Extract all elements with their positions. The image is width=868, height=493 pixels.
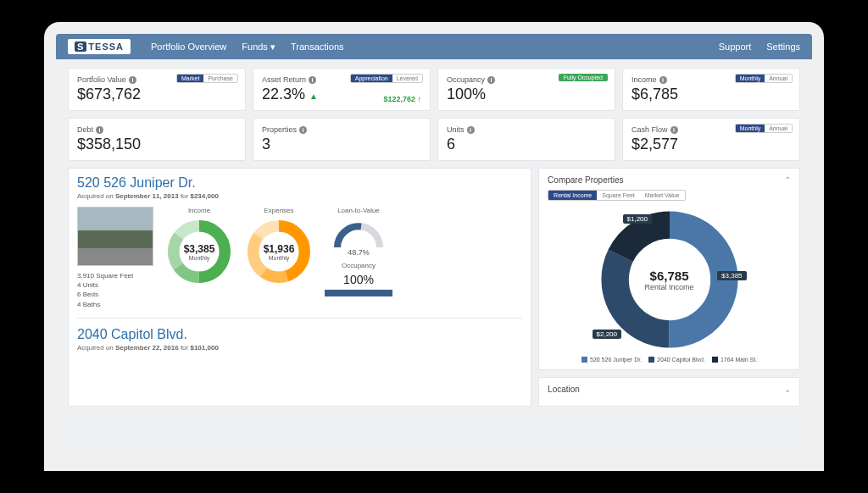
occupancy-value: 100% [343,273,374,286]
chevron-down-icon: ▾ [270,42,275,52]
toggle-monthly-annual[interactable]: MonthlyAnnual [735,74,793,83]
expenses-donut-col: Expenses $1,936Monthly [245,207,313,285]
kpi-value: $673,762 [77,86,236,103]
occupancy-bar [325,290,392,296]
kpi-asset-return: Asset Returni 22.3% ▲ AppreciationLevere… [253,68,431,111]
info-icon[interactable]: i [129,76,136,84]
info-icon[interactable]: i [309,76,316,84]
info-icon[interactable]: i [659,76,667,84]
property-title[interactable]: 520 526 Juniper Dr. [77,175,522,191]
kpi-occupancy: Occupancyi 100% Fully Occupied [437,68,615,111]
toggle-monthly-annual[interactable]: MonthlyAnnual [735,124,793,133]
nav-support[interactable]: Support [719,42,752,52]
toggle-appreciation-levered[interactable]: AppreciationLevered [350,74,423,83]
nav-funds[interactable]: Funds ▾ [242,42,275,53]
ltv-occ-col: Loan-to-Value 48.7% Occupancy 100% [325,207,392,296]
expenses-donut[interactable]: $1,936Monthly [245,218,313,285]
nav-transactions[interactable]: Transactions [291,42,344,53]
trend-up-icon: ▲ [309,91,318,101]
chevron-up-icon: ⌃ [784,175,791,185]
compare-panel: Compare Properties ⌃ Rental Income Squar… [538,168,800,370]
nav-main: Portfolio Overview Funds ▾ Transactions [151,42,343,53]
kpi-label: Debt [77,125,93,134]
info-icon[interactable]: i [487,76,495,84]
legend-item[interactable]: 2040 Capitol Blvd. [648,357,705,363]
logo-text: TESSA [88,42,124,52]
delta-value: $122,762 ↑ [383,95,421,103]
panel-title: Compare Properties [548,175,623,185]
compare-toggle[interactable]: Rental Income Square Feet Market Value [548,190,685,201]
logo-mark: S [75,42,86,52]
lower-section: 520 526 Juniper Dr. Acquired on Septembe… [68,168,800,407]
legend-item[interactable]: 520 526 Juniper Dr. [581,357,642,363]
kpi-value: $6,785 [632,86,791,103]
kpi-label: Occupancy [447,75,485,84]
brand-logo[interactable]: S TESSA [68,39,131,54]
section-label: Loan-to-Value [337,207,380,214]
kpi-income: Incomei $6,785 MonthlyAnnual [622,68,800,111]
panel-header[interactable]: Compare Properties ⌃ [548,175,791,185]
compare-legend: 520 526 Juniper Dr. 2040 Capitol Blvd. 1… [548,357,791,363]
section-label: Occupancy [342,262,376,269]
legend-item[interactable]: 1764 Main St. [712,357,757,363]
property-acquired: Acquired on September 22, 2016 for $101,… [77,344,522,352]
kpi-label: Units [447,125,465,134]
kpi-value: $358,150 [77,136,236,153]
app-screen: S TESSA Portfolio Overview Funds ▾ Trans… [56,34,812,447]
chevron-down-icon: ⌄ [784,385,791,394]
kpi-row-2: Debti $358,150 Propertiesi 3 Unitsi 6 Ca… [68,118,800,161]
property-photo[interactable] [77,207,153,266]
divider [77,318,522,319]
nav-settings[interactable]: Settings [766,42,800,52]
kpi-value: $2,577 [632,136,791,153]
kpi-cashflow: Cash Flowi $2,577 MonthlyAnnual [622,118,800,161]
topbar: S TESSA Portfolio Overview Funds ▾ Trans… [56,34,812,59]
laptop-frame: S TESSA Portfolio Overview Funds ▾ Trans… [44,22,824,471]
property-stats: 3,910 Square Feet 4 Units 6 Beds 4 Baths [77,271,153,309]
occupancy-badge: Fully Occupied [559,74,608,81]
kpi-properties: Propertiesi 3 [253,118,431,161]
property-acquired: Acquired on September 11, 2013 for $234,… [77,192,522,200]
section-label: Income [188,207,210,214]
kpi-debt: Debti $358,150 [68,118,246,161]
panel-title: Location [548,385,580,394]
page-body: Portfolio Valuei $673,762 MarketPurchase… [56,59,812,415]
kpi-portfolio-value: Portfolio Valuei $673,762 MarketPurchase [68,68,246,111]
kpi-value: 6 [447,136,606,153]
kpi-value: 100% [447,86,606,103]
property-body: 3,910 Square Feet 4 Units 6 Beds 4 Baths… [77,207,522,309]
info-icon[interactable]: i [96,126,103,134]
property-title[interactable]: 2040 Capitol Blvd. [77,327,522,342]
right-col: Compare Properties ⌃ Rental Income Squar… [538,168,800,407]
location-panel[interactable]: Location ⌄ [538,377,800,407]
kpi-label: Income [632,75,657,84]
info-icon[interactable]: i [467,126,475,134]
income-donut-col: Income $3,385Monthly [165,207,233,285]
kpi-units: Unitsi 6 [437,118,615,161]
kpi-label: Portfolio Value [77,75,126,84]
kpi-label: Properties [262,125,297,134]
kpi-value: 3 [262,136,421,153]
kpi-row-1: Portfolio Valuei $673,762 MarketPurchase… [68,68,800,111]
slice-label: $2,200 [593,330,621,339]
slice-label: $3,385 [717,271,746,280]
property-thumb-col: 3,910 Square Feet 4 Units 6 Beds 4 Baths [77,207,153,309]
info-icon[interactable]: i [670,126,678,134]
property-detail-card: 520 526 Juniper Dr. Acquired on Septembe… [68,168,531,407]
slice-label: $1,200 [623,214,652,224]
compare-donut[interactable]: $6,785Rental Income $1,200 $3,385 $2,200 [598,208,742,352]
info-icon[interactable]: i [299,126,307,134]
ltv-gauge[interactable] [329,218,388,252]
nav-portfolio[interactable]: Portfolio Overview [151,42,226,53]
kpi-label: Asset Return [262,75,306,84]
section-label: Expenses [264,207,293,214]
kpi-label: Cash Flow [632,125,668,134]
panel-header: Location ⌄ [548,385,791,394]
toggle-market-purchase[interactable]: MarketPurchase [176,74,238,83]
income-donut[interactable]: $3,385Monthly [165,218,233,285]
nav-right: Support Settings [719,42,800,52]
